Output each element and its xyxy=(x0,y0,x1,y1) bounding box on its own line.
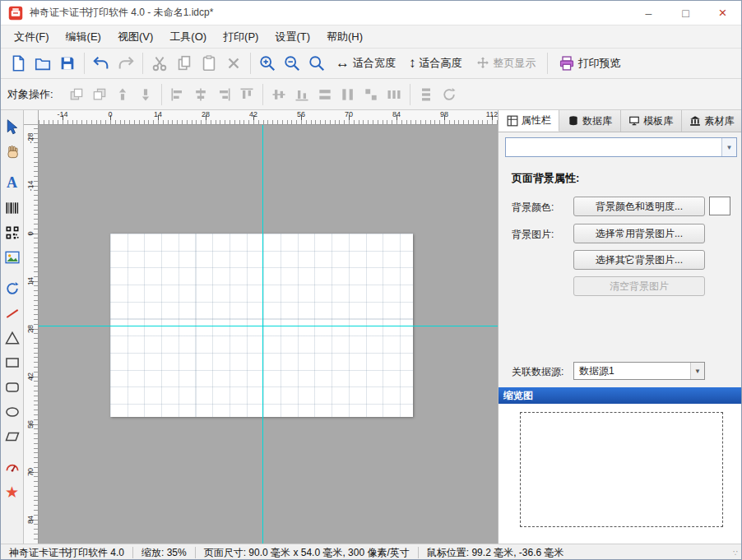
app-icon xyxy=(8,6,23,21)
app-window: 神奇证卡证书打印软件 4.0 - 未命名1.idcp* – □ × 文件(F) … xyxy=(0,0,742,560)
menu-view[interactable]: 视图(V) xyxy=(109,28,161,46)
select-tool-button[interactable] xyxy=(2,117,22,137)
distribute-horizontal-button[interactable] xyxy=(383,84,405,105)
fit-page-label: 整页显示 xyxy=(494,56,536,71)
fit-page-button[interactable]: 整页显示 xyxy=(469,51,543,76)
line-icon xyxy=(4,305,21,322)
tab-database-label: 数据库 xyxy=(582,114,612,128)
send-to-back-button[interactable] xyxy=(89,84,110,105)
equal-width-button[interactable] xyxy=(314,84,336,105)
chevron-down-icon[interactable]: ▼ xyxy=(690,363,704,379)
thumbnail-preview[interactable] xyxy=(520,412,723,527)
ruler-v-label: 56 xyxy=(23,417,38,432)
pan-tool-button[interactable] xyxy=(2,141,22,162)
text-tool-button[interactable]: A xyxy=(2,173,22,193)
menu-file[interactable]: 文件(F) xyxy=(6,28,58,46)
align-top-button[interactable] xyxy=(236,84,257,105)
fit-height-label: 适合高度 xyxy=(420,56,462,71)
gauge-tool-button[interactable] xyxy=(2,457,22,478)
equal-size-button[interactable] xyxy=(360,84,382,105)
align-right-button[interactable] xyxy=(213,84,234,105)
print-preview-button[interactable]: 打印预览 xyxy=(552,51,628,76)
zoom-out-button[interactable] xyxy=(280,51,304,76)
close-button[interactable]: × xyxy=(704,1,741,25)
copy-button[interactable] xyxy=(172,51,197,76)
star-tool-button[interactable]: ★ xyxy=(2,482,22,502)
open-file-button[interactable] xyxy=(30,51,55,76)
clear-bg-button[interactable]: 清空背景图片 xyxy=(573,276,705,296)
fit-height-button[interactable]: ↕ 适合高度 xyxy=(402,51,469,76)
delete-button[interactable] xyxy=(221,51,246,76)
horizontal-guide-line[interactable] xyxy=(39,326,498,326)
align-bottom-button[interactable] xyxy=(291,84,313,105)
ruler-h-label: 70 xyxy=(345,110,353,118)
panel-tabs: 属性栏 数据库 模板库 素材库 xyxy=(499,110,742,132)
toolbar-separator xyxy=(547,53,548,74)
tab-properties[interactable]: 属性栏 xyxy=(499,110,559,132)
bg-color-button[interactable]: 背景颜色和透明度... xyxy=(573,197,705,216)
rotate-tool-button[interactable] xyxy=(2,278,22,299)
menu-settings[interactable]: 设置(T) xyxy=(267,28,318,46)
chevron-down-icon[interactable]: ▼ xyxy=(721,138,736,156)
save-button[interactable] xyxy=(55,51,80,76)
open-folder-icon xyxy=(34,54,52,72)
zoom-tool-button[interactable] xyxy=(304,51,329,76)
align-bottom-icon xyxy=(294,86,310,103)
bring-forward-button[interactable] xyxy=(112,84,133,105)
ellipse-tool-button[interactable] xyxy=(2,401,22,422)
equal-height-button[interactable] xyxy=(337,84,359,105)
fit-width-button[interactable]: ↔ 适合宽度 xyxy=(329,51,402,76)
zoom-tool-icon xyxy=(308,54,326,72)
rotate-icon xyxy=(4,280,21,297)
menu-tools[interactable]: 工具(O) xyxy=(161,28,215,46)
rounded-rectangle-icon xyxy=(4,379,21,396)
image-tool-button[interactable] xyxy=(2,247,22,267)
datasource-select[interactable]: 数据源1 ▼ xyxy=(573,362,705,380)
maximize-button[interactable]: □ xyxy=(667,1,704,25)
cut-button[interactable] xyxy=(147,51,172,76)
toolbar-separator xyxy=(250,53,251,74)
bg-color-swatch[interactable] xyxy=(709,197,730,215)
barcode-tool-button[interactable] xyxy=(2,197,22,218)
equal-size-icon xyxy=(363,86,379,103)
paste-button[interactable] xyxy=(197,51,221,76)
qrcode-tool-button[interactable] xyxy=(2,222,22,243)
align-center-horizontal-button[interactable] xyxy=(190,84,211,105)
thumbnail-panel xyxy=(499,404,742,544)
qrcode-icon xyxy=(4,224,21,241)
rounded-rectangle-tool-button[interactable] xyxy=(2,377,22,397)
redo-button[interactable] xyxy=(114,51,138,76)
line-tool-button[interactable] xyxy=(2,303,22,323)
zoom-in-button[interactable] xyxy=(255,51,280,76)
minimize-button[interactable]: – xyxy=(630,1,667,25)
distribute-vertical-button[interactable] xyxy=(415,84,437,105)
select-common-bg-button[interactable]: 选择常用背景图片... xyxy=(573,224,705,243)
undo-button[interactable] xyxy=(89,51,114,76)
bring-to-front-button[interactable] xyxy=(66,84,87,105)
align-left-button[interactable] xyxy=(167,84,188,105)
new-document-button[interactable] xyxy=(6,51,30,76)
rectangle-tool-button[interactable] xyxy=(2,352,22,373)
align-middle-vertical-button[interactable] xyxy=(268,84,290,105)
send-backward-button[interactable] xyxy=(135,84,156,105)
menu-help[interactable]: 帮助(H) xyxy=(318,28,371,46)
undo-icon xyxy=(92,54,110,72)
tab-templates[interactable]: 模板库 xyxy=(621,110,682,132)
object-select-combo[interactable]: ▼ xyxy=(505,137,737,157)
select-other-bg-button[interactable]: 选择其它背景图片... xyxy=(573,250,705,270)
canvas[interactable] xyxy=(39,125,498,544)
tab-materials-label: 素材库 xyxy=(704,114,734,128)
triangle-icon xyxy=(4,330,21,346)
select-arrow-icon xyxy=(3,118,21,136)
window-title: 神奇证卡证书打印软件 4.0 - 未命名1.idcp* xyxy=(30,6,213,20)
rotate-object-button[interactable] xyxy=(438,84,460,105)
vertical-guide-line[interactable] xyxy=(262,125,263,544)
menu-edit[interactable]: 编辑(E) xyxy=(58,28,109,46)
triangle-tool-button[interactable] xyxy=(2,327,22,348)
resize-grip[interactable]: ∵ xyxy=(733,548,739,558)
menu-print[interactable]: 打印(P) xyxy=(215,28,267,46)
tab-materials[interactable]: 素材库 xyxy=(682,110,742,132)
tab-database[interactable]: 数据库 xyxy=(559,110,620,132)
properties-panel: 属性栏 数据库 模板库 素材库 ▼ 页面背景属性: 背景颜色: 背景颜色和透明度… xyxy=(498,110,742,544)
parallelogram-tool-button[interactable] xyxy=(2,426,22,447)
